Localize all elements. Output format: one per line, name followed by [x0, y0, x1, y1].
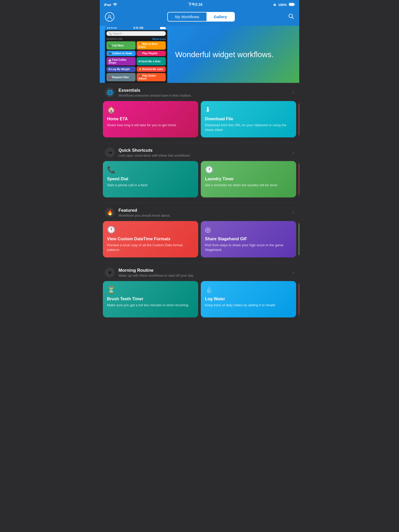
section-chevron-icon[interactable]: ›	[292, 150, 294, 155]
sections-container: 🌐 Essentials Workflows everyone should h…	[100, 83, 299, 323]
section-header-morning-routine[interactable]: ☀ Morning Routine Wake up with these wor…	[100, 263, 299, 281]
phone-widget: 📞 Call Mom	[107, 41, 136, 50]
section-subtitle: Less taps, more done with these fast wor…	[118, 154, 190, 157]
phone-widget: 📺 Colbert vs Noah	[107, 51, 136, 56]
wifi-icon	[113, 3, 117, 7]
section-header-featured[interactable]: 🔥 Featured Workflows you should know abo…	[100, 203, 299, 221]
card-title-log-water: Log Water	[205, 296, 292, 301]
cards-row-essentials: 🏠Home ETAShare how long it will take for…	[100, 101, 299, 143]
card-desc-home-eta: Share how long it will take for you to g…	[107, 123, 194, 128]
card-title-share-stagehand: Share Stagehand GIF	[205, 236, 292, 241]
card-icon-speed-dial: 📞	[107, 166, 194, 174]
card-title-speed-dial: Speed Dial	[107, 176, 194, 181]
phone-time: 9:41 AM	[134, 26, 143, 29]
battery-label: 100%	[278, 3, 287, 7]
card-home-eta[interactable]: 🏠Home ETAShare how long it will take for…	[103, 101, 198, 137]
status-time: 下午2:16	[188, 2, 203, 7]
card-desc-share-stagehand: Pick from ways to share your high score …	[205, 243, 292, 252]
card-icon-brush-teeth: ⏳	[107, 286, 194, 294]
section-text: Featured Workflows you should know about…	[118, 208, 170, 217]
phone-status-bar: 9:41 AM	[105, 26, 167, 30]
cards-row-featured: 🕐View Custom DateTime FormatsPreview a l…	[100, 221, 299, 263]
section-chevron-icon[interactable]: ›	[292, 90, 294, 95]
card-brush-teeth[interactable]: ⏳Brush Teeth TimerMake sure you get a fu…	[103, 281, 198, 317]
tab-gallery[interactable]: Gallery	[207, 12, 234, 21]
tab-my-workflows[interactable]: My Workflows	[168, 12, 207, 21]
section-chevron-icon[interactable]: ›	[292, 270, 294, 275]
card-desc-custom-datetime: Preview a local copy of all the Custom D…	[107, 243, 194, 252]
card-desc-laundry-timer: Set a reminder for when the laundry will…	[205, 183, 292, 188]
phone-section-header: WORKFLOW Show Less	[105, 37, 167, 41]
phone-widget: ✉ Send Me a Note	[137, 57, 166, 65]
status-bar: iPad 下午2:16 ⊕ 100%	[100, 0, 299, 9]
section-header-left: ☀ Morning Routine Wake up with these wor…	[105, 268, 194, 277]
section-subtitle: Workflows everyone should have in their …	[118, 94, 192, 97]
section-title: Quick Shortcuts	[118, 148, 190, 153]
card-top-stories[interactable]: 📡Top Stories	[299, 281, 299, 317]
cards-row-quick-shortcuts: 📞Speed DialStart a phone call in a flash…	[100, 161, 299, 203]
card-custom-datetime[interactable]: 🕐View Custom DateTime FormatsPreview a l…	[103, 221, 198, 257]
card-download-file[interactable]: ⬇Download FileDownload from the URL on y…	[201, 101, 296, 137]
device-label: iPad	[104, 3, 111, 7]
section-header-essentials[interactable]: 🌐 Essentials Workflows everyone should h…	[100, 83, 299, 101]
section-title: Morning Routine	[118, 268, 194, 273]
phone-widget: 🎵 Play Playlist	[137, 51, 166, 56]
section-essentials: 🌐 Essentials Workflows everyone should h…	[100, 83, 299, 143]
user-avatar[interactable]	[105, 12, 114, 22]
search-button[interactable]	[288, 13, 294, 21]
section-icon-morning-routine: ☀	[105, 268, 115, 277]
phone-search-bar: 🔍 Search	[107, 31, 166, 36]
section-text: Quick Shortcuts Less taps, more done wit…	[118, 148, 190, 157]
section-header-left: 🌐 Essentials Workflows everyone should h…	[105, 88, 192, 97]
section-title: Featured	[118, 208, 170, 213]
card-title-custom-datetime: View Custom DateTime Formats	[107, 236, 194, 241]
phone-widget: ⚖ Log My Weight	[107, 66, 136, 72]
card-calculate-tip-2[interactable]: $Calculate Ti...	[299, 161, 299, 197]
section-icon-essentials: 🌐	[105, 88, 115, 97]
section-subtitle: Workflows you should know about.	[118, 214, 170, 217]
section-icon-featured: 🔥	[105, 208, 115, 217]
hero-banner: 9:41 AM 🔍 Search WORKFLOW Show Less 📞 Ca…	[100, 26, 299, 83]
card-log-water[interactable]: 💧Log WaterKeep track of daily intake by …	[201, 281, 296, 317]
section-icon-quick-shortcuts: ⇒	[105, 148, 115, 157]
svg-point-0	[115, 5, 116, 6]
phone-widget: ☕ Find Coffee Shops	[107, 57, 136, 65]
card-icon-custom-datetime: 🕐	[107, 226, 194, 234]
card-calculate-tip-1[interactable]: $Calculate Ti...	[299, 101, 299, 137]
section-subtitle: Wake up with these workflows to start of…	[118, 274, 194, 277]
phone-search-text: Search	[113, 32, 122, 35]
cards-row-morning-routine: ⏳Brush Teeth TimerMake sure you get a fu…	[100, 281, 299, 323]
section-quick-shortcuts: ⇒ Quick Shortcuts Less taps, more done w…	[100, 143, 299, 203]
svg-rect-2	[289, 3, 294, 5]
hero-title: Wonderful widget workflows.	[167, 44, 282, 65]
phone-widget: 🎧 Play Entire Album	[137, 73, 166, 81]
svg-point-3	[109, 15, 111, 17]
card-title-brush-teeth: Brush Teeth Timer	[107, 296, 194, 301]
section-featured: 🔥 Featured Workflows you should know abo…	[100, 203, 299, 263]
card-icon-download-file: ⬇	[205, 106, 292, 114]
card-icon-log-water: 💧	[205, 286, 292, 294]
phone-section-label: WORKFLOW	[107, 38, 122, 41]
section-header-left: 🔥 Featured Workflows you should know abo…	[105, 208, 170, 217]
card-icon-home-eta: 🏠	[107, 106, 194, 114]
location-icon: ⊕	[273, 3, 276, 7]
card-speed-dial[interactable]: 📞Speed DialStart a phone call in a flash	[103, 161, 198, 197]
card-laundry-timer[interactable]: 🕐Laundry TimerSet a reminder for when th…	[201, 161, 296, 197]
section-text: Morning Routine Wake up with these workf…	[118, 268, 194, 277]
section-morning-routine: ☀ Morning Routine Wake up with these wor…	[100, 263, 299, 323]
card-title-home-eta: Home ETA	[107, 116, 194, 121]
section-header-quick-shortcuts[interactable]: ⇒ Quick Shortcuts Less taps, more done w…	[100, 143, 299, 161]
status-right: ⊕ 100%	[273, 3, 295, 7]
section-header-left: ⇒ Quick Shortcuts Less taps, more done w…	[105, 148, 190, 157]
tab-switcher[interactable]: My Workflows Gallery	[167, 12, 235, 22]
card-get-album[interactable]: ✓Get Album A...	[299, 221, 299, 257]
phone-widgets-grid: 📞 Call Mom 📍 Bike to Next Event 📺 Colber…	[105, 41, 167, 81]
phone-show-less: Show Less	[152, 38, 166, 41]
phone-widget: 🔔 Remind Me Later	[137, 66, 166, 72]
card-share-stagehand[interactable]: ◎Share Stagehand GIFPick from ways to sh…	[201, 221, 296, 257]
card-desc-log-water: Keep track of daily intake by adding it …	[205, 303, 292, 308]
card-desc-speed-dial: Start a phone call in a flash	[107, 183, 194, 188]
section-chevron-icon[interactable]: ›	[292, 210, 294, 215]
card-title-download-file: Download File	[205, 116, 292, 121]
card-icon-laundry-timer: 🕐	[205, 166, 292, 174]
